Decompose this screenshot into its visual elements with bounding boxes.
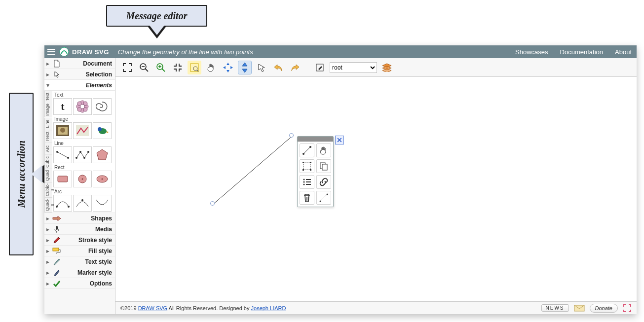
donate-button[interactable]: Donate: [590, 304, 618, 313]
edit-root-icon[interactable]: [313, 61, 327, 74]
scroll-vertical-icon[interactable]: [238, 61, 252, 74]
menu-accordion: ▸ Document ▸ Selection ▾ Elements Text: [44, 58, 115, 314]
zoom-in-icon[interactable]: [154, 61, 168, 74]
accordion-text-style[interactable]: ▸ Text style: [44, 256, 115, 267]
svg-point-70: [303, 183, 304, 185]
shrink-icon[interactable]: [171, 61, 185, 74]
tool-rect[interactable]: [53, 171, 72, 187]
svg-point-18: [98, 127, 102, 131]
group-image-label: Image: [53, 116, 114, 122]
link-icon[interactable]: [316, 175, 331, 189]
accordion-label: Text style: [85, 258, 112, 265]
resize-icon[interactable]: [300, 159, 314, 173]
svg-rect-36: [53, 248, 59, 251]
zoom-out-icon[interactable]: [137, 61, 151, 74]
scroll-4way-icon[interactable]: [221, 61, 235, 74]
vtab-rect[interactable]: Rect: [44, 130, 52, 143]
status-hint: Change the geometry of the line with two…: [118, 48, 253, 56]
accordion-label: Marker style: [77, 269, 112, 276]
vtab-line[interactable]: Line: [44, 118, 52, 130]
accordion-shapes[interactable]: ▸ Shapes: [44, 213, 115, 224]
pan-hand-icon[interactable]: [316, 143, 331, 157]
tool-image-1[interactable]: [53, 122, 72, 139]
line-edit-icon[interactable]: [300, 143, 314, 157]
arc3-icon: [94, 198, 110, 209]
tool-line[interactable]: [53, 146, 72, 163]
list-icon[interactable]: [300, 175, 314, 189]
app-logo-icon: [59, 47, 69, 57]
arc2-icon: [75, 198, 90, 209]
copy-icon[interactable]: [316, 159, 331, 173]
pan-hand-icon[interactable]: [204, 61, 218, 74]
tool-image-2[interactable]: [73, 122, 92, 139]
tool-text-spiral[interactable]: [93, 98, 112, 115]
accordion-label: Media: [95, 226, 112, 233]
tool-ellipse[interactable]: [93, 171, 112, 187]
tool-circle[interactable]: [73, 171, 92, 187]
line-icon[interactable]: [316, 191, 331, 205]
polygon-icon: [94, 148, 110, 162]
footer-author-link[interactable]: Joseph LIARD: [251, 305, 286, 311]
nav-documentation[interactable]: Documentation: [560, 48, 603, 56]
zoom-area-icon[interactable]: [188, 61, 201, 74]
nav-showcases[interactable]: Showcases: [515, 48, 548, 56]
tool-text-t[interactable]: t: [53, 98, 72, 115]
flower-icon: [76, 100, 89, 113]
redo-icon[interactable]: [288, 61, 302, 74]
news-button[interactable]: NEWS: [541, 304, 569, 312]
pointer-icon[interactable]: [255, 61, 268, 74]
accordion-label: Fill style: [88, 248, 112, 254]
vtab-quads[interactable]: Quad-s: [44, 198, 52, 213]
accordion-stroke-style[interactable]: ▸ Stroke style: [44, 235, 115, 246]
tool-arc-1[interactable]: [53, 195, 72, 212]
accordion-elements[interactable]: ▾ Elements: [44, 80, 115, 91]
vtab-cubics[interactable]: Cubic-s: [44, 182, 52, 198]
tool-arc-3[interactable]: [93, 195, 112, 212]
vtab-cubic[interactable]: Cubic: [44, 155, 52, 169]
vtab-text[interactable]: Text: [44, 91, 52, 103]
spiral-icon: [96, 100, 109, 113]
vtab-quad[interactable]: Quad: [44, 169, 52, 182]
object-menu[interactable]: ✕: [297, 136, 334, 207]
tool-polygon[interactable]: [93, 146, 112, 163]
layers-icon[interactable]: [380, 61, 394, 74]
accordion-options[interactable]: ▸ Options: [44, 278, 115, 289]
ellipse-icon: [94, 173, 110, 185]
svg-rect-62: [303, 162, 304, 163]
tool-text-flower[interactable]: [73, 98, 92, 115]
close-icon[interactable]: ✕: [335, 136, 344, 144]
hamburger-icon[interactable]: [46, 47, 56, 57]
accordion-label: Elements: [86, 82, 112, 89]
accordion-fill-style[interactable]: ▸ Fill style: [44, 246, 115, 256]
drawn-line[interactable]: [209, 131, 298, 210]
accordion-media[interactable]: ▸ Media: [44, 224, 115, 235]
fit-screen-icon[interactable]: [120, 61, 134, 74]
undo-icon[interactable]: [271, 61, 285, 74]
delete-icon[interactable]: [300, 191, 314, 205]
vtab-image[interactable]: Image: [44, 103, 52, 117]
nav-about[interactable]: About: [615, 48, 632, 56]
root-select[interactable]: root: [330, 62, 377, 73]
group-text-label: Text: [53, 92, 114, 98]
tool-arc-2[interactable]: [73, 195, 92, 212]
svg-point-24: [83, 157, 85, 159]
mail-icon[interactable]: [574, 305, 585, 312]
svg-marker-51: [242, 63, 247, 66]
line-handle-end[interactable]: [289, 133, 294, 138]
canvas[interactable]: ✕: [115, 77, 637, 301]
svg-marker-26: [97, 149, 108, 160]
svg-line-43: [162, 69, 165, 72]
vtab-arc[interactable]: Arc: [44, 143, 52, 155]
accordion-selection[interactable]: ▸ Selection: [44, 69, 115, 80]
svg-point-45: [193, 67, 197, 71]
fullscreen-icon[interactable]: [623, 304, 632, 313]
tool-image-3[interactable]: [93, 122, 112, 139]
tool-polyline[interactable]: [73, 146, 92, 163]
object-menu-grip[interactable]: [298, 137, 333, 142]
footer-site-link[interactable]: DRAW SVG: [138, 305, 168, 311]
line-handle-start[interactable]: [210, 201, 215, 206]
svg-rect-63: [310, 162, 311, 163]
accordion-document[interactable]: ▸ Document: [44, 58, 115, 69]
check-icon: [52, 280, 61, 287]
accordion-marker-style[interactable]: ▸ Marker style: [44, 267, 115, 278]
